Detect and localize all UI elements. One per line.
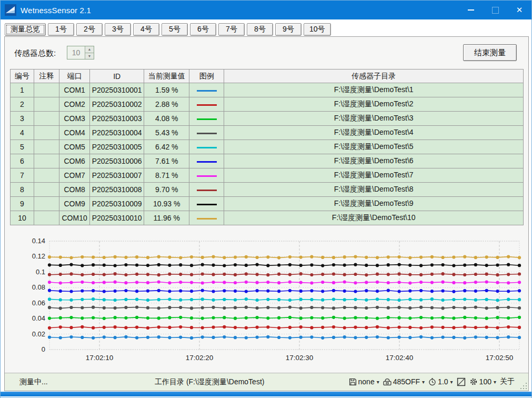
series-marker [288,281,292,284]
series-marker [114,290,117,293]
series-marker [179,289,182,292]
series-marker [518,272,521,275]
series-marker [103,298,106,301]
series-marker [69,335,73,339]
series-marker [245,272,248,275]
series-marker [48,273,51,276]
close-button[interactable]: ✕ [507,1,531,19]
sensor-count-label: 传感器总数: [14,48,56,58]
table-row[interactable]: 8COM8P202503100089.70 %F:\湿度测量\DemoTest\… [11,183,524,197]
tab-sensor-4号[interactable]: 4号 [133,23,159,36]
table-cell: P20250310001 [90,83,144,97]
end-measurement-button[interactable]: 结束测量 [463,44,517,61]
tab-sensor-5号[interactable]: 5号 [162,23,188,36]
series-marker [103,317,106,320]
resize-grip[interactable] [520,383,527,389]
app-logo-icon [5,4,16,16]
table-row[interactable]: 10COM10P2025031001011.96 %F:\湿度测量\DemoTe… [11,211,524,225]
series-marker [310,316,313,319]
series-marker [365,281,368,284]
series-marker [114,272,117,275]
tab-sensor-8号[interactable]: 8号 [247,23,273,36]
series-marker [343,317,346,320]
series-marker [201,281,204,284]
series-marker [441,335,445,339]
tab-overview[interactable]: 测量总览 [5,23,46,36]
about-link[interactable]: 关于 [500,377,515,386]
series-marker [441,306,445,310]
table-cell: 11.96 % [144,211,189,225]
series-marker [190,264,193,267]
table-cell [34,140,59,154]
series-marker [398,316,401,320]
table-cell: P20250310009 [90,197,144,211]
series-marker [299,306,303,310]
table-row[interactable]: 1COM1P202503100011.59 %F:\湿度测量\DemoTest\… [11,83,524,97]
series-marker [234,326,237,329]
column-header: 当前测量值 [144,69,189,83]
series-marker [103,290,106,293]
table-row[interactable]: 2COM2P202503100022.88 %F:\湿度测量\DemoTest\… [11,97,524,112]
table-cell: COM3 [59,112,90,126]
tab-sensor-10号[interactable]: 10号 [304,23,331,36]
sensor-count-spinner[interactable]: 10 ▲ ▼ [67,46,94,59]
series-marker [266,298,269,301]
table-row[interactable]: 6COM6P202503100067.61 %F:\湿度测量\DemoTest\… [11,154,524,168]
series-marker [474,326,477,329]
series-marker [256,273,259,276]
series-marker [81,289,84,292]
series-marker [398,336,401,339]
table-cell: COM2 [59,97,90,112]
series-marker [157,298,160,301]
series-marker [354,298,357,301]
series-marker [387,336,390,339]
rs485-dropdown[interactable]: 485OFF ▾ [383,377,425,386]
series-marker [376,306,379,309]
spinner-down-icon[interactable]: ▼ [85,53,94,59]
series-marker [234,255,237,258]
series-marker [135,273,138,276]
series-marker [408,336,411,339]
series-marker [430,255,434,258]
table-row[interactable]: 7COM7P202503100078.71 %F:\湿度测量\DemoTest\… [11,168,524,183]
interval-dropdown[interactable]: 1.0 ▾ [428,377,453,386]
tab-sensor-2号[interactable]: 2号 [76,23,103,36]
tab-strip: 测量总览1号2号3号4号5号6号7号8号9号10号 [5,23,331,36]
tab-sensor-1号[interactable]: 1号 [48,23,74,36]
series-marker [474,263,477,266]
series-marker [507,306,510,309]
series-marker [299,264,303,267]
table-row[interactable]: 9COM9P2025031000910.93 %F:\湿度测量\DemoTest… [11,197,524,211]
series-marker [124,281,127,284]
series-marker [387,273,390,276]
series-marker [430,316,434,320]
tab-sensor-7号[interactable]: 7号 [218,23,245,36]
table-row[interactable]: 3COM3P202503100034.08 %F:\湿度测量\DemoTest\… [11,112,524,126]
autoscale-toggle[interactable] [457,377,466,386]
table-cell: P20250310005 [90,140,144,154]
series-marker [485,317,488,320]
series-marker [69,256,73,259]
maximize-button[interactable] [483,1,507,19]
series-marker [321,299,324,302]
clock-icon [428,378,436,386]
tab-sensor-3号[interactable]: 3号 [105,23,131,36]
series-marker [343,255,346,258]
tab-sensor-9号[interactable]: 9号 [275,23,302,36]
series-marker [168,273,171,276]
minimize-button[interactable] [459,1,483,19]
series-marker [376,335,379,339]
tab-sensor-6号[interactable]: 6号 [190,23,216,36]
series-marker [387,316,390,319]
title-bar[interactable]: WetnessSensor 2.1 ✕ [1,1,531,19]
table-row[interactable]: 5COM5P202503100056.42 %F:\湿度测量\DemoTest\… [11,140,524,154]
series-marker [48,317,51,320]
spinner-up-icon[interactable]: ▲ [85,46,94,53]
y-tick-label: 0.1 [36,268,45,276]
series-marker [310,326,313,329]
series-marker [124,298,127,301]
table-cell-directory: F:\湿度测量\DemoTest\8 [224,183,524,197]
gain-dropdown[interactable]: 100 ▾ [469,377,496,386]
table-row[interactable]: 4COM4P202503100045.43 %F:\湿度测量\DemoTest\… [11,126,524,140]
save-mode-dropdown[interactable]: none ▾ [349,377,379,386]
